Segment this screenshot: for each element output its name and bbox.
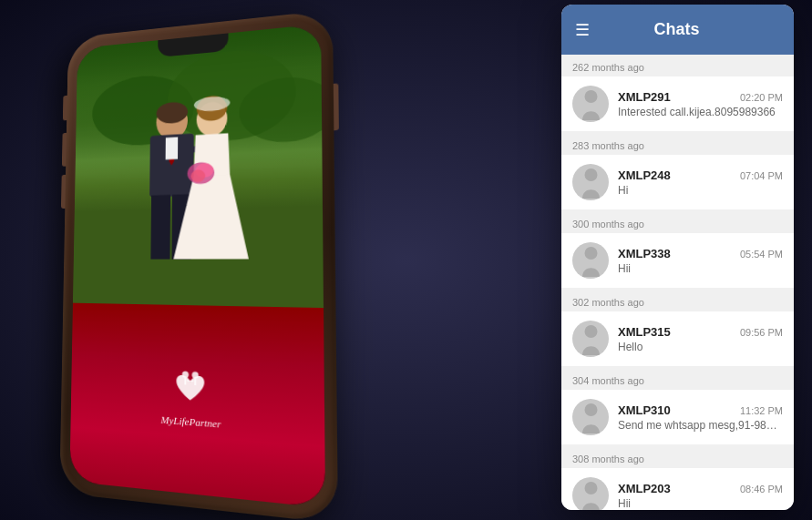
section-header-4: 304 months ago: [561, 368, 794, 390]
chat-item[interactable]: XMLP310 11:32 PM Send me whtsapp mesg,91…: [561, 390, 794, 444]
svg-rect-8: [150, 195, 170, 260]
chat-avatar: [572, 242, 609, 279]
svg-point-27: [584, 482, 597, 495]
chat-top-row: XMLP315 09:56 PM: [618, 325, 783, 339]
couple-area: [73, 24, 324, 308]
chat-message: Hello: [618, 341, 783, 353]
chat-time: 02:20 PM: [740, 92, 783, 103]
chat-top-row: XMLP203 08:46 PM: [618, 482, 783, 495]
chat-item[interactable]: XMLP315 09:56 PM Hello: [561, 311, 794, 366]
volume-up-button: [62, 133, 67, 167]
chat-item[interactable]: XMLP203 08:46 PM Hii: [561, 468, 794, 510]
chat-username: XMLP338: [618, 247, 671, 260]
power-button: [334, 83, 339, 130]
chat-time: 11:32 PM: [740, 405, 783, 416]
section-header-3: 302 months ago: [561, 290, 794, 311]
chat-avatar: [572, 86, 609, 122]
app-logo-area: MyLifePartner: [161, 367, 221, 431]
chat-item[interactable]: XMLP248 07:04 PM Hi: [561, 155, 794, 209]
chat-top-row: XMLP338 05:54 PM: [618, 247, 783, 260]
chat-username: XMLP315: [618, 325, 671, 339]
chat-title: Chats: [653, 20, 699, 39]
volume-down-button: [61, 175, 66, 209]
chat-info: XMLP315 09:56 PM Hello: [618, 325, 783, 353]
menu-icon[interactable]: ☰: [575, 20, 590, 40]
chat-avatar: [572, 321, 609, 357]
chat-avatar: [572, 477, 609, 510]
scene: MyLifePartner ☰ Chats 262 months ago: [0, 0, 812, 520]
section-header-2: 300 months ago: [561, 211, 794, 233]
chat-header: ☰ Chats: [561, 5, 794, 55]
svg-point-24: [584, 247, 597, 260]
silent-button: [63, 96, 67, 121]
chat-message: Hii: [618, 497, 783, 510]
chat-top-row: XMLP248 07:04 PM: [618, 168, 783, 182]
avatar-silhouette-icon: [580, 88, 602, 120]
chat-message: Hi: [618, 184, 783, 197]
app-name: MyLifePartner: [161, 413, 221, 432]
section-header-1: 283 months ago: [561, 133, 794, 155]
chat-message: Hii: [618, 262, 783, 275]
svg-point-25: [584, 325, 597, 338]
phone-screen: MyLifePartner: [69, 24, 325, 508]
chat-top-row: XMLP291 02:20 PM: [618, 90, 783, 104]
couple-svg: [73, 24, 324, 308]
chat-time: 07:04 PM: [740, 170, 783, 181]
svg-point-22: [584, 90, 597, 103]
chat-list: 262 months ago XMLP291 02:20 PM Interest…: [561, 55, 794, 510]
chat-message: Send me whtsapp mesg,91-9858179035: [618, 419, 783, 432]
chat-info: XMLP310 11:32 PM Send me whtsapp mesg,91…: [618, 403, 783, 432]
chat-info: XMLP203 08:46 PM Hii: [618, 482, 783, 510]
chat-message: Interested call.kijea.8095989366: [618, 106, 783, 118]
chat-info: XMLP338 05:54 PM Hii: [618, 247, 783, 275]
chat-username: XMLP310: [618, 403, 671, 417]
avatar-silhouette-icon: [580, 245, 602, 277]
avatar-silhouette-icon: [580, 323, 602, 355]
chat-username: XMLP248: [618, 168, 671, 182]
chat-info: XMLP248 07:04 PM Hi: [618, 168, 783, 197]
section-header-0: 262 months ago: [561, 55, 794, 76]
chat-panel: ☰ Chats 262 months ago XMLP291 02:20 PM …: [561, 5, 794, 510]
app-logo-icon: [170, 368, 211, 413]
chat-time: 05:54 PM: [740, 249, 783, 260]
chat-time: 08:46 PM: [740, 484, 783, 495]
chat-avatar: [572, 164, 609, 200]
svg-point-18: [192, 372, 199, 380]
phone-mockup: MyLifePartner: [55, 18, 346, 510]
chat-username: XMLP203: [618, 482, 671, 495]
svg-rect-7: [166, 137, 179, 159]
chat-info: XMLP291 02:20 PM Interested call.kijea.8…: [618, 90, 783, 118]
chat-item[interactable]: XMLP338 05:54 PM Hii: [561, 233, 794, 288]
phone-body: MyLifePartner: [59, 10, 338, 520]
svg-point-23: [584, 168, 597, 181]
chat-item[interactable]: XMLP291 02:20 PM Interested call.kijea.8…: [561, 76, 794, 131]
chat-top-row: XMLP310 11:32 PM: [618, 403, 783, 417]
avatar-silhouette-icon: [580, 402, 602, 433]
phone-screen-red: MyLifePartner: [69, 303, 325, 508]
chat-time: 09:56 PM: [740, 327, 783, 338]
avatar-silhouette-icon: [580, 167, 602, 199]
svg-point-26: [584, 403, 597, 416]
chat-username: XMLP291: [618, 90, 671, 104]
section-header-5: 308 months ago: [561, 446, 794, 468]
chat-avatar: [572, 399, 609, 435]
avatar-silhouette-icon: [580, 480, 602, 511]
phone-screen-background: [73, 24, 324, 308]
